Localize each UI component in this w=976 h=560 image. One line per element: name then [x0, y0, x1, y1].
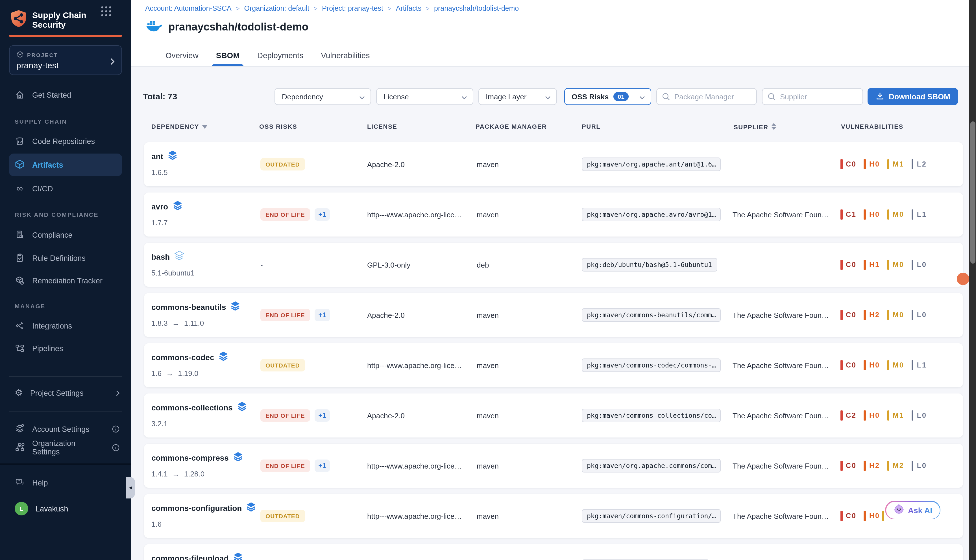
table-row[interactable]: commons-fileuploadEND OF LIFE+1Apache-2.…: [144, 544, 963, 560]
column-header-dependency[interactable]: DEPENDENCY: [151, 123, 208, 130]
table-row[interactable]: commons-collections3.2.1END OF LIFE+1Apa…: [144, 393, 963, 438]
sidebar: Supply Chain Security PROJECT pranay-tes…: [0, 0, 131, 560]
apps-grid-icon[interactable]: [99, 5, 113, 20]
search-icon: [662, 93, 671, 103]
license-text: Apache-2.0: [367, 142, 405, 186]
sidebar-item-help[interactable]: ? Help: [15, 473, 48, 492]
sidebar-item-project-settings[interactable]: ⚙ Project Settings: [15, 383, 120, 402]
sidebar-collapse-handle[interactable]: ◀: [126, 477, 135, 498]
breadcrumb-artifact-name[interactable]: pranaycshah/todolist-demo: [434, 5, 519, 12]
sidebar-item-remediation-tracker[interactable]: Remediation Tracker: [15, 271, 102, 290]
column-header-license: LICENSE: [367, 123, 397, 130]
license-filter-dropdown[interactable]: License: [376, 88, 473, 105]
sidebar-item-rule-definitions[interactable]: Rule Definitions: [15, 248, 85, 268]
vulnerability-severity-l: L0: [912, 410, 927, 420]
vulnerability-counts: C0H0M0L1: [841, 343, 927, 387]
vulnerability-counts: C1H0M0L1: [841, 192, 927, 237]
more-risks-badge[interactable]: +1: [314, 309, 330, 321]
sidebar-item-pipelines[interactable]: Pipelines: [15, 339, 63, 358]
download-icon: [875, 91, 884, 102]
sidebar-item-code-repositories[interactable]: Code Repositories: [15, 132, 95, 151]
supplier-search-input[interactable]: [762, 92, 863, 101]
breadcrumb-organization[interactable]: Organization: default: [244, 5, 310, 12]
vulnerability-counts: C0H2M2L0: [841, 444, 927, 488]
breadcrumb-account[interactable]: Account: Automation-SSCA: [145, 5, 232, 12]
section-header-supply-chain: SUPPLY CHAIN: [15, 118, 67, 125]
info-icon: [112, 444, 120, 452]
severity-bar: [841, 159, 843, 169]
chevron-down-icon: [545, 92, 551, 101]
oss-risks-cell: OUTDATED: [260, 142, 305, 186]
breadcrumb-artifacts[interactable]: Artifacts: [396, 5, 421, 12]
table-row[interactable]: avro1.7.7END OF LIFE+1http---www.apache.…: [144, 192, 963, 237]
supplier-text: The Apache Software Foun…: [732, 293, 829, 337]
table-row[interactable]: bash5.1-6ubuntu1-GPL-3.0-onlydebpkg:deb/…: [144, 243, 963, 287]
supplier-text: The Apache Software Foun…: [732, 393, 829, 438]
more-risks-badge[interactable]: +1: [314, 409, 330, 422]
download-sbom-button[interactable]: Download SBOM: [868, 88, 958, 105]
table-row[interactable]: ant1.6.5OUTDATEDApache-2.0mavenpkg:maven…: [144, 142, 963, 186]
sidebar-item-integrations[interactable]: Integrations: [15, 316, 72, 335]
purl-cell: pkg:maven/commons-fileupload/…: [582, 544, 709, 560]
oss-risks-cell: END OF LIFE+1: [260, 192, 330, 237]
layers-icon: [233, 552, 243, 560]
table-row[interactable]: commons-compress1.4.1→1.28.0END OF LIFE+…: [144, 444, 963, 488]
table-row[interactable]: commons-codec1.6→1.19.0OUTDATEDhttp---ww…: [144, 343, 963, 387]
tab-sbom[interactable]: SBOM: [214, 44, 242, 66]
section-header-risk-compliance: RISK AND COMPLIANCE: [15, 211, 98, 218]
column-header-supplier[interactable]: SUPPLIER: [734, 123, 776, 131]
layers-icon: [237, 402, 247, 413]
oss-risks-filter-dropdown[interactable]: OSS Risks 01: [564, 88, 651, 105]
clipboard-check-icon: [15, 253, 25, 263]
severity-bar: [912, 260, 914, 270]
ai-robot-icon: [893, 503, 905, 517]
more-risks-badge[interactable]: +1: [314, 460, 330, 472]
severity-bar: [864, 461, 866, 471]
supplier-text: The Apache Software Foun…: [732, 544, 829, 560]
severity-bar: [887, 461, 889, 471]
vulnerability-severity-m: M1: [887, 410, 904, 420]
table-row[interactable]: commons-beanutils1.8.3→1.11.0END OF LIFE…: [144, 293, 963, 337]
tab-vulnerabilities[interactable]: Vulnerabilities: [319, 44, 371, 66]
search-icon: [767, 93, 776, 103]
more-risks-badge[interactable]: +1: [314, 208, 330, 221]
sbom-panel: Total: 73 Dependency License Image Layer…: [131, 67, 969, 560]
purl-chip: pkg:maven/commons-codec/commons-…: [582, 358, 721, 372]
page-scrollbar[interactable]: [969, 0, 976, 560]
project-selector[interactable]: PROJECT pranay-test: [9, 45, 122, 75]
package-manager-search-input[interactable]: [657, 92, 756, 101]
tab-deployments[interactable]: Deployments: [255, 44, 305, 66]
vulnerability-severity-m: M2: [887, 461, 904, 471]
dependency-name: commons-configuration: [151, 503, 242, 512]
vulnerability-severity-c: C0: [841, 159, 856, 169]
sidebar-item-organization-settings[interactable]: Organization Settings: [15, 438, 120, 457]
column-header-purl: PURL: [582, 123, 601, 130]
purl-cell: pkg:maven/commons-codec/commons-…: [582, 343, 721, 387]
dependency-filter-dropdown[interactable]: Dependency: [275, 88, 371, 105]
vulnerability-severity-c: C0: [841, 360, 856, 370]
tab-overview[interactable]: Overview: [164, 44, 200, 66]
pipeline-icon: [15, 343, 25, 353]
breadcrumb-project[interactable]: Project: pranay-test: [322, 5, 383, 12]
vulnerability-severity-l: L0: [912, 310, 927, 320]
table-row[interactable]: commons-configuration1.6OUTDATEDhttp---w…: [144, 494, 963, 538]
scrollbar-thumb[interactable]: [970, 122, 975, 263]
sidebar-item-artifacts[interactable]: Artifacts: [9, 153, 122, 176]
ask-ai-button[interactable]: Ask AI: [885, 501, 941, 519]
upgrade-arrow-icon: →: [172, 470, 180, 478]
sidebar-item-cicd[interactable]: ∞ CI/CD: [15, 179, 53, 198]
sidebar-item-get-started[interactable]: Get Started: [15, 85, 71, 105]
vulnerability-severity-h: H0: [864, 210, 880, 220]
sort-descending-icon[interactable]: [202, 123, 208, 130]
sidebar-item-account-settings[interactable]: Account Settings: [15, 420, 120, 438]
sidebar-item-compliance[interactable]: Compliance: [15, 225, 73, 245]
sort-both-icon[interactable]: [772, 123, 776, 131]
user-menu[interactable]: L Lavakush: [15, 499, 68, 518]
upgrade-arrow-icon: →: [172, 319, 180, 327]
dependency-name: commons-codec: [151, 353, 214, 362]
page-title: pranaycshah/todolist-demo: [169, 21, 309, 33]
image-layer-filter-dropdown[interactable]: Image Layer: [479, 88, 557, 105]
vulnerability-severity-l: L2: [912, 159, 927, 169]
info-icon: [112, 425, 120, 433]
severity-bar: [887, 159, 889, 169]
